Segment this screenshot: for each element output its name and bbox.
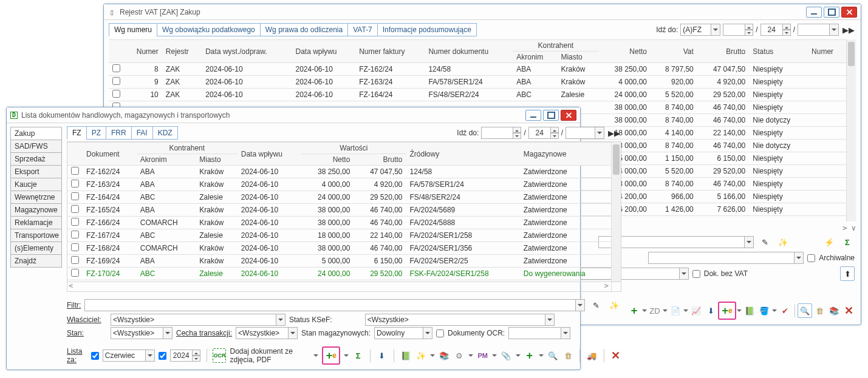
row-checkbox[interactable] [112, 64, 120, 72]
goto-extra-select[interactable] [566, 127, 604, 139]
plus-drop[interactable] [641, 303, 648, 318]
table-row[interactable]: FZ-168/24COMARCHKraków2024-06-10 38 000,… [67, 242, 611, 255]
ksef-select[interactable] [365, 314, 555, 326]
goto-number-input[interactable] [723, 24, 753, 36]
month-checkbox[interactable] [91, 352, 99, 360]
tab-informacje-podsumowuj-ce[interactable]: Informacje podsumowujące [377, 23, 477, 36]
year-input[interactable] [170, 349, 200, 362]
wand2-drop[interactable] [430, 348, 435, 363]
plus-e-icon[interactable]: +e [324, 348, 338, 363]
archive-checkbox[interactable] [807, 254, 815, 262]
table-row[interactable]: FZ-165/24ABAKraków2024-06-10 38 000,0046… [67, 204, 611, 217]
down-icon[interactable]: ⬇ [703, 303, 718, 318]
sidetab-wewn-trzne[interactable]: Wewnętrzne [10, 191, 62, 204]
table-row[interactable]: FZ-164/24ABCZalesie2024-06-10 24 000,002… [67, 191, 611, 204]
sidetab-eksport[interactable]: Eksport [10, 165, 62, 178]
tab-fz[interactable]: FZ [67, 126, 87, 140]
wand2-icon[interactable]: ✨ [415, 348, 427, 363]
clip-icon[interactable]: 📎 [501, 348, 512, 363]
owner-select[interactable] [111, 314, 285, 326]
bolt-icon[interactable]: ⚡ [822, 235, 836, 249]
goto-run-icon[interactable]: ▶▶ [607, 126, 621, 140]
vertical-scrollbar[interactable] [846, 39, 856, 221]
row-checkbox[interactable] [71, 269, 79, 277]
bezvat-checkbox[interactable] [692, 270, 700, 278]
goto-number-input[interactable] [481, 127, 521, 139]
pm-drop[interactable] [492, 348, 497, 363]
table-row[interactable]: 10ZAK2024-06-102024-06-10 FZ-164/24FS/48… [109, 89, 846, 101]
documents-table[interactable]: Dokument Kontrahent Data wpływu Wartości… [67, 142, 611, 282]
minimize-button[interactable] [806, 7, 822, 18]
table-row[interactable]: FZ-166/24COMARCHKraków2024-06-10 38 000,… [67, 217, 611, 229]
ocrbtn-drop[interactable] [313, 348, 318, 363]
gears-drop[interactable] [468, 348, 473, 363]
goto-page-input[interactable] [760, 24, 791, 36]
wand-icon[interactable]: ✨ [607, 298, 621, 312]
pm-icon[interactable]: PM [477, 348, 488, 363]
trash-icon[interactable]: 🗑 [562, 348, 574, 363]
tab-fai[interactable]: FAI [131, 126, 153, 140]
tab-kdz[interactable]: KDZ [152, 126, 178, 140]
trash-icon[interactable]: 🗑 [812, 303, 827, 318]
row-checkbox[interactable] [71, 231, 79, 238]
bucket-icon[interactable]: 🪣 [757, 303, 771, 318]
gears-icon[interactable]: ⚙ [454, 348, 465, 363]
table-row[interactable]: FZ-170/24ABCZalesie2024-06-10 24 000,002… [67, 268, 611, 280]
sidetab-zakup[interactable]: Zakup [10, 127, 62, 140]
year-checkbox[interactable] [159, 352, 166, 360]
close-button[interactable] [561, 110, 576, 121]
upload-icon[interactable]: ⬆ [840, 266, 855, 281]
tab-frr[interactable]: FRR [106, 126, 132, 140]
row-checkbox[interactable] [71, 192, 79, 200]
sidetab--s-elementy[interactable]: (s)Elementy [10, 241, 62, 255]
plus-e-drop[interactable] [344, 348, 349, 363]
table-row[interactable]: 9ZAK2024-06-102024-06-10 FZ-163/24FA/578… [109, 76, 846, 89]
vertical-scrollbar[interactable] [611, 142, 621, 282]
tab-wg-numeru[interactable]: Wg numeru [109, 23, 157, 36]
plus-e-icon[interactable]: +e [720, 303, 734, 318]
table-row[interactable]: FZ-171/24ABAKraków2024-06-10 38 000,0046… [67, 280, 611, 282]
vatdoc-drop[interactable] [683, 303, 689, 318]
cancel-icon[interactable]: ✕ [841, 303, 856, 318]
table-row[interactable]: FZ-163/24ABAKraków2024-06-10 4 000,004 9… [67, 178, 611, 191]
plus-icon[interactable]: + [524, 348, 536, 363]
maximize-button[interactable] [543, 110, 559, 121]
ocr-icon[interactable]: OCR [213, 348, 226, 363]
month-select[interactable] [103, 349, 155, 362]
filter-combo-2[interactable] [648, 252, 804, 264]
row-checkbox[interactable] [71, 218, 79, 226]
sigma-icon[interactable]: Σ [840, 235, 855, 249]
row-checkbox[interactable] [71, 256, 79, 264]
sidetab-transportowe[interactable]: Transportowe [10, 229, 62, 242]
plus-drop[interactable] [539, 348, 544, 363]
table-row[interactable]: FZ-169/24ABAKraków2024-06-10 5 000,006 1… [67, 255, 611, 268]
row-checkbox[interactable] [71, 180, 79, 187]
sidetab-znajd-[interactable]: Znajdź [10, 254, 62, 268]
cecha-select[interactable] [236, 327, 298, 339]
sidetab-sad-fws[interactable]: SAD/FWS [10, 140, 62, 153]
plus-e-drop[interactable] [736, 303, 742, 318]
tab-pz[interactable]: PZ [86, 126, 106, 140]
clip-drop[interactable] [516, 348, 521, 363]
stanmag-select[interactable] [374, 327, 432, 339]
goto-type-select[interactable] [680, 24, 720, 36]
chart-icon[interactable]: 📈 [689, 303, 703, 318]
plus-icon[interactable]: + [627, 303, 641, 318]
tab-wg-prawa-do-odliczenia[interactable]: Wg prawa do odliczenia [260, 23, 348, 36]
tab-vat-7[interactable]: VAT-7 [347, 23, 378, 36]
book-icon[interactable]: 📗 [400, 348, 412, 363]
ocr-select[interactable] [508, 327, 570, 339]
book-icon[interactable]: 📗 [742, 303, 757, 318]
filter-input[interactable] [84, 299, 585, 311]
zd-icon[interactable]: ZD [648, 303, 662, 318]
table-row[interactable]: 8ZAK2024-06-102024-06-10 FZ-162/24124/58… [109, 63, 846, 76]
row-checkbox[interactable] [71, 243, 79, 251]
table-row[interactable]: FZ-162/24ABAKraków2024-06-10 38 250,0047… [67, 166, 611, 178]
search-icon[interactable]: 🔍 [798, 303, 812, 318]
tab-wg-obowi-zku-podatkowego[interactable]: Wg obowiązku podatkowego [157, 23, 261, 36]
sidetab-sprzeda-[interactable]: Sprzedaż [10, 152, 62, 166]
pen-icon[interactable]: ✎ [589, 298, 603, 312]
sidetab-kaucje[interactable]: Kaucje [10, 178, 62, 191]
books-icon[interactable]: 📚 [439, 348, 450, 363]
goto-page-input[interactable] [528, 127, 559, 139]
